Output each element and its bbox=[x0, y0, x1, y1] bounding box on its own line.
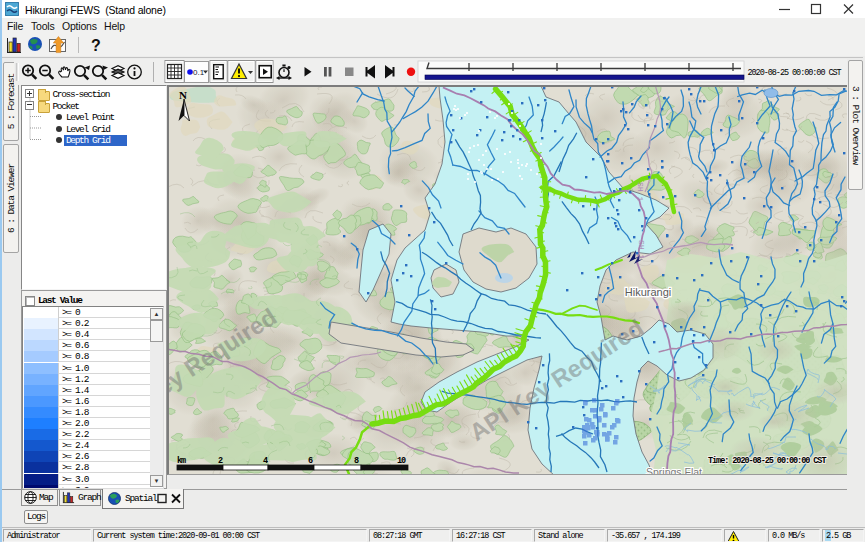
svg-text:km: km bbox=[177, 456, 186, 466]
svg-text:Springs Flat: Springs Flat bbox=[646, 466, 702, 475]
svg-text:?: ? bbox=[91, 37, 101, 54]
svg-text:SH 1: SH 1 bbox=[636, 182, 645, 201]
svg-text:2020-08-25 00:00:00 CST: 2020-08-25 00:00:00 CST bbox=[748, 68, 842, 78]
svg-text:0.1: 0.1 bbox=[193, 68, 205, 77]
svg-text:SH 1: SH 1 bbox=[637, 240, 646, 259]
svg-text:Time: 2020-08-25 00:00:00 CST: Time: 2020-08-25 00:00:00 CST bbox=[708, 456, 826, 466]
svg-text:Hikurangi: Hikurangi bbox=[625, 286, 671, 298]
svg-text:N: N bbox=[179, 89, 187, 101]
svg-text:10: 10 bbox=[397, 456, 406, 466]
